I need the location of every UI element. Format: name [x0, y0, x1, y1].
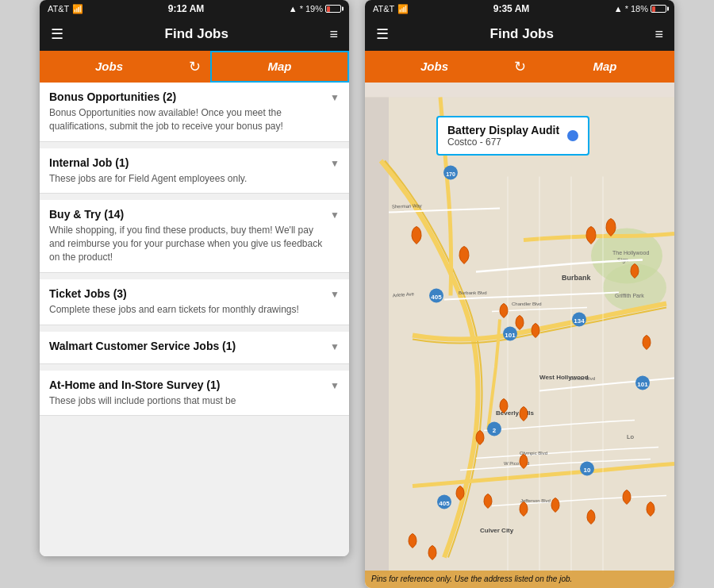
svg-text:134: 134: [574, 317, 585, 325]
wifi-icon-right: 📶: [397, 4, 409, 14]
list-item[interactable]: At-Home and In-Store Survey (1) These jo…: [40, 371, 349, 417]
separator-0: [40, 142, 349, 148]
job-title-3: Ticket Jobs (3): [49, 287, 324, 300]
map-background: The Hollywood Sign Griffith Park: [365, 83, 674, 588]
status-bar-left: AT&T 📶 9:12 AM ▲ * 19%: [40, 0, 349, 17]
map-footer-note: Pins for reference only. Use the address…: [365, 571, 674, 588]
job-title-4: Walmart Customer Service Jobs (1): [49, 340, 324, 352]
map-svg: The Hollywood Sign Griffith Park: [365, 83, 674, 588]
popup-dot-icon: [567, 130, 578, 141]
svg-text:10: 10: [584, 467, 591, 474]
battery-pct-right: 18%: [631, 4, 648, 13]
bluetooth-icon-left: *: [300, 4, 303, 13]
chevron-right-icon-5: ▼: [330, 380, 340, 391]
phone-right: AT&T 📶 9:35 AM ▲ * 18% ☰ Find Jobs ≡ Job…: [365, 0, 674, 588]
job-desc-5: These jobs will include portions that mu…: [49, 394, 324, 408]
svg-text:Burbank: Burbank: [562, 274, 592, 282]
tab-refresh-left[interactable]: ↻: [178, 58, 210, 75]
separator-1: [40, 194, 349, 200]
job-desc-2: While shopping, if you find these produc…: [49, 224, 324, 263]
hamburger-button-right[interactable]: ☰: [376, 25, 389, 43]
chevron-right-icon-3: ▼: [330, 289, 340, 300]
tab-bar-left: Jobs ↻ Map: [40, 51, 349, 83]
nav-bar-right: ☰ Find Jobs ≡: [365, 17, 674, 51]
svg-text:2: 2: [493, 427, 497, 434]
carrier-left: AT&T: [48, 4, 69, 13]
job-title-1: Internal Job (1): [49, 156, 324, 169]
svg-text:405: 405: [431, 294, 442, 301]
location-icon-left: ▲: [289, 4, 298, 13]
tab-map-left[interactable]: Map: [210, 51, 349, 83]
bluetooth-icon-right: *: [625, 4, 628, 13]
map-popup[interactable]: Battery Display Audit Costco - 677: [436, 116, 589, 156]
battery-icon-left: [325, 5, 341, 13]
job-title-0: Bonus Opportunities (2): [49, 90, 324, 103]
nav-bar-left: ☰ Find Jobs ≡: [40, 17, 349, 51]
job-desc-3: Complete these jobs and earn tickets for…: [49, 303, 324, 317]
svg-text:Sunset Blvd: Sunset Blvd: [570, 376, 595, 381]
svg-text:101: 101: [505, 332, 516, 339]
battery-icon-right: [651, 5, 666, 13]
filter-button-left[interactable]: ≡: [329, 26, 338, 43]
filter-button-right[interactable]: ≡: [654, 26, 663, 43]
list-item[interactable]: Bonus Opportunities (2) Bonus Opportunit…: [40, 83, 349, 142]
popup-title: Battery Display Audit: [447, 124, 559, 136]
svg-text:170: 170: [446, 171, 455, 177]
tab-map-right[interactable]: Map: [536, 51, 674, 83]
chevron-right-icon-0: ▼: [330, 92, 340, 103]
svg-text:101: 101: [637, 381, 648, 388]
job-desc-1: These jobs are for Field Agent employees…: [49, 172, 324, 186]
svg-text:Culver City: Culver City: [480, 527, 514, 534]
list-item[interactable]: Walmart Customer Service Jobs (1) ▼: [40, 332, 349, 364]
carrier-right: AT&T: [373, 4, 394, 13]
job-desc-0: Bonus Opportunities now available! Once …: [49, 106, 324, 133]
svg-text:Lo: Lo: [627, 433, 634, 440]
nav-title-left: Find Jobs: [165, 26, 228, 42]
nav-title-right: Find Jobs: [490, 26, 554, 42]
tab-refresh-right[interactable]: ↻: [504, 58, 536, 75]
jobs-list: Bonus Opportunities (2) Bonus Opportunit…: [40, 83, 349, 556]
status-bar-right: AT&T 📶 9:35 AM ▲ * 18%: [365, 0, 674, 17]
svg-text:405: 405: [439, 500, 450, 507]
svg-text:Burbank Blvd: Burbank Blvd: [459, 290, 487, 295]
job-title-2: Buy & Try (14): [49, 208, 324, 221]
svg-text:The Hollywood: The Hollywood: [612, 250, 649, 256]
time-right: 9:35 AM: [493, 3, 530, 14]
svg-text:Griffith Park: Griffith Park: [615, 293, 644, 298]
time-left: 9:12 AM: [168, 3, 205, 14]
chevron-right-icon-4: ▼: [330, 341, 340, 352]
svg-text:Chandler Blvd: Chandler Blvd: [512, 302, 542, 306]
wifi-icon-left: 📶: [72, 4, 83, 14]
battery-pct-left: 19%: [305, 4, 323, 13]
list-item[interactable]: Internal Job (1) These jobs are for Fiel…: [40, 148, 349, 194]
popup-subtitle: Costco - 677: [447, 136, 559, 148]
job-title-5: At-Home and In-Store Survey (1): [49, 379, 324, 391]
map-container[interactable]: The Hollywood Sign Griffith Park: [365, 83, 674, 588]
list-item[interactable]: Ticket Jobs (3) Complete these jobs and …: [40, 279, 349, 325]
phone-left: AT&T 📶 9:12 AM ▲ * 19% ☰ Find Jobs ≡ Job…: [40, 0, 349, 556]
hamburger-button-left[interactable]: ☰: [51, 25, 63, 43]
separator-3: [40, 325, 349, 332]
chevron-right-icon-2: ▼: [330, 209, 340, 221]
tab-jobs-right[interactable]: Jobs: [365, 51, 504, 83]
chevron-right-icon-1: ▼: [330, 158, 340, 169]
svg-text:Jefferson Blvd: Jefferson Blvd: [520, 498, 551, 503]
tab-jobs-left[interactable]: Jobs: [40, 51, 178, 83]
separator-4: [40, 364, 349, 371]
list-item[interactable]: Buy & Try (14) While shopping, if you fi…: [40, 200, 349, 272]
location-icon-right: ▲: [614, 4, 623, 13]
separator-2: [40, 273, 349, 279]
tab-bar-right: Jobs ↻ Map: [365, 51, 674, 83]
